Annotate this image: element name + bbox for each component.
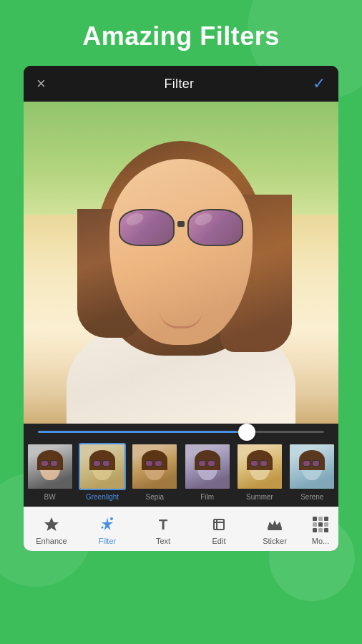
svg-rect-4 xyxy=(268,528,282,530)
filter-label-summer: Summer xyxy=(246,493,273,501)
filter-intensity-slider[interactable] xyxy=(24,424,338,439)
filter-item-sepia[interactable]: Sepia xyxy=(129,443,181,501)
toolbar-filter[interactable]: Filter xyxy=(79,514,135,545)
crown-icon xyxy=(265,514,285,535)
filter-item-serene[interactable]: Serene xyxy=(286,443,338,501)
toolbar-more[interactable]: Mo... xyxy=(303,514,338,545)
toolbar-filter-label: Filter xyxy=(99,537,116,545)
filter-strip: BW Greenlight xyxy=(24,439,338,507)
filter-label-film: Film xyxy=(200,493,214,501)
toolbar-more-label: Mo... xyxy=(312,537,329,545)
toolbar-sticker[interactable]: Sticker xyxy=(247,514,303,545)
confirm-button[interactable]: ✓ xyxy=(313,74,326,93)
svg-marker-0 xyxy=(44,517,59,531)
filter-label-greenlight: Greenlight xyxy=(86,493,119,501)
sparkle-icon xyxy=(97,514,117,535)
star-icon xyxy=(41,514,62,535)
toolbar-text[interactable]: T Text xyxy=(135,514,191,545)
screen-title: Filter xyxy=(165,77,195,92)
photo-preview xyxy=(24,102,338,424)
filter-item-summer[interactable]: Summer xyxy=(233,443,285,501)
app-title: Amazing Filters xyxy=(0,0,362,66)
top-bar: × Filter ✓ xyxy=(24,66,338,102)
filter-label-bw: BW xyxy=(44,493,56,501)
svg-point-2 xyxy=(102,527,104,529)
phone-frame: × Filter ✓ xyxy=(24,66,338,551)
slider-thumb[interactable] xyxy=(238,424,255,441)
toolbar-text-label: Text xyxy=(156,537,170,545)
filter-label-serene: Serene xyxy=(300,493,323,501)
filter-label-sepia: Sepia xyxy=(146,493,165,501)
title-prefix: Amazing xyxy=(82,21,200,51)
toolbar-edit-label: Edit xyxy=(212,537,226,545)
title-highlight: Filters xyxy=(200,21,280,51)
filter-item-greenlight[interactable]: Greenlight xyxy=(76,443,128,501)
toolbar-enhance-label: Enhance xyxy=(36,537,67,545)
toolbar-edit[interactable]: Edit xyxy=(191,514,247,545)
svg-rect-3 xyxy=(214,519,224,530)
toolbar-sticker-label: Sticker xyxy=(263,537,287,545)
toolbar-enhance[interactable]: Enhance xyxy=(24,514,79,545)
filter-item-bw[interactable]: BW xyxy=(24,443,76,501)
crop-icon xyxy=(209,514,229,535)
filter-item-film[interactable]: Film xyxy=(181,443,233,501)
close-button[interactable]: × xyxy=(36,76,46,92)
bottom-toolbar: Enhance Filter T Text Ed xyxy=(24,507,338,551)
svg-point-1 xyxy=(110,517,113,520)
more-icon xyxy=(310,514,331,535)
text-icon: T xyxy=(153,514,173,535)
